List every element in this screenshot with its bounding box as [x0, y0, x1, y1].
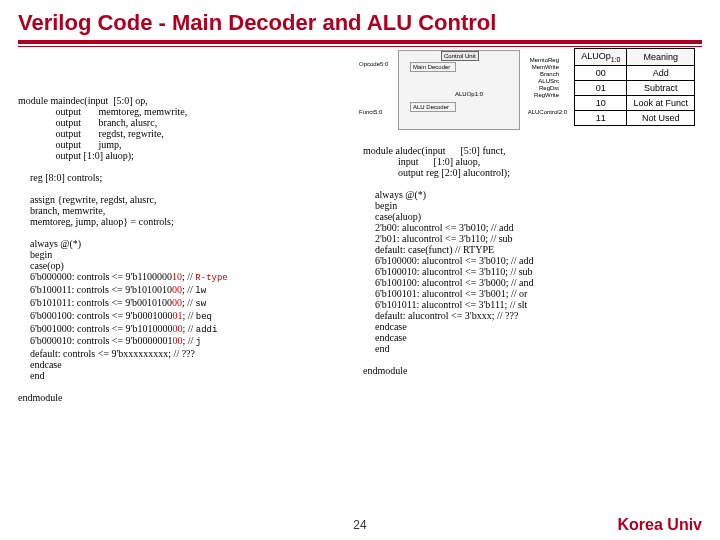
- memtoreg-label: MemtoReg: [530, 57, 559, 63]
- table-row: 00Add: [575, 65, 695, 80]
- rule-thick: [18, 40, 702, 44]
- branch-label: Branch: [540, 71, 559, 77]
- opcode-label: Opcode5:0: [359, 61, 388, 67]
- maindec-code: module maindec(input [5:0] op, output me…: [18, 95, 348, 403]
- memwrite-label: MemWrite: [532, 64, 559, 70]
- page-number: 24: [353, 518, 366, 532]
- slide-title: Verilog Code - Main Decoder and ALU Cont…: [0, 0, 720, 38]
- rule-thin: [18, 46, 702, 47]
- control-unit-label: Control Unit: [441, 51, 479, 61]
- alusrc-label: ALUSrc: [538, 78, 559, 84]
- meaning-header: Meaning: [627, 49, 695, 66]
- content-area: module maindec(input [5:0] op, output me…: [18, 90, 702, 510]
- university-label: Korea Univ: [618, 516, 702, 534]
- main-decoder-box: Main Decoder: [410, 62, 456, 72]
- aluop-header: ALUOp1:0: [575, 49, 627, 66]
- aludec-code: module aludec(input [5:0] funct, input […: [363, 145, 703, 376]
